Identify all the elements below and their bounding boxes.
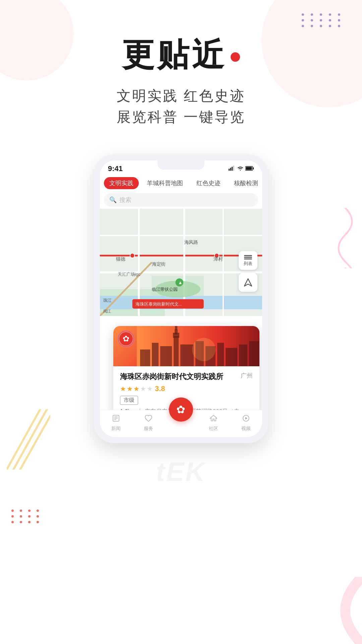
hero-title-dot (231, 52, 240, 62)
card-title: 海珠区赤岗街新时代文明实践所 (120, 372, 237, 382)
svg-rect-8 (253, 167, 254, 169)
rating-number: 3.8 (155, 384, 165, 393)
tab-yangcheng[interactable]: 羊城科普地图 (141, 177, 188, 189)
svg-rect-44 (175, 326, 177, 330)
svg-marker-59 (245, 417, 247, 420)
deco-dots-bottom-left (10, 509, 40, 523)
status-time: 9:41 (108, 164, 123, 173)
hero-title-text: 更贴近 (122, 34, 227, 77)
svg-rect-43 (175, 329, 178, 334)
hero-subtitle: 文明实践 红色史迹 展览科普 一键导览 (117, 85, 245, 127)
card-level-text: 市级 (120, 396, 138, 405)
svg-text:珠江: 珠江 (103, 298, 112, 303)
card-city: 广州 (241, 372, 253, 380)
svg-text:海风路: 海风路 (184, 240, 198, 245)
svg-rect-9 (246, 167, 252, 170)
news-icon (112, 414, 120, 424)
star-5: ★ (147, 385, 153, 393)
svg-text:▲: ▲ (178, 280, 182, 285)
card-stars: ★ ★ ★ ★ ★ (120, 385, 153, 393)
star-3: ★ (133, 385, 139, 393)
center-button-icon: ✿ (176, 403, 185, 416)
community-icon (209, 414, 218, 424)
status-icons (229, 165, 254, 172)
list-label: 列表 (244, 261, 252, 267)
logo-icon: ✿ (123, 334, 129, 343)
svg-rect-38 (140, 350, 150, 366)
svg-rect-39 (152, 343, 159, 366)
svg-rect-50 (239, 344, 247, 366)
video-label: 视频 (241, 426, 251, 432)
card-image: ✿ (113, 326, 259, 366)
star-4: ★ (140, 385, 146, 393)
star-1: ★ (120, 385, 126, 393)
nav-item-news[interactable]: 新闻 (100, 414, 132, 432)
bottom-nav: 新闻 服务 ✿ (100, 410, 262, 437)
star-2: ★ (127, 385, 133, 393)
svg-text:猫德: 猫德 (116, 257, 125, 262)
phone-notch (158, 160, 204, 170)
phone-inner: 9:41 (100, 160, 262, 437)
svg-rect-3 (229, 169, 230, 171)
search-placeholder: 搜索 (119, 196, 131, 204)
nav-item-community[interactable]: 社区 (197, 414, 230, 432)
community-label: 社区 (209, 426, 218, 432)
svg-rect-5 (232, 167, 233, 171)
nav-item-service[interactable]: 服务 (132, 414, 165, 432)
card-rating: ★ ★ ★ ★ ★ 3.8 (120, 384, 253, 393)
map-list-button[interactable]: 列表 (239, 251, 257, 270)
footer-text: tEK (156, 457, 206, 487)
svg-text:潭村: 潭村 (214, 257, 223, 262)
svg-rect-4 (230, 168, 231, 171)
list-icon (244, 254, 252, 260)
news-label: 新闻 (111, 426, 121, 432)
card-skyline-svg (137, 326, 259, 366)
svg-rect-41 (174, 336, 179, 366)
signal-icon (229, 165, 235, 172)
battery-icon (245, 165, 254, 172)
svg-text:阅江: 阅江 (103, 309, 111, 314)
svg-point-53 (192, 338, 216, 361)
service-icon (144, 414, 153, 424)
svg-rect-40 (160, 346, 172, 366)
svg-point-15 (130, 253, 135, 258)
wifi-icon (237, 165, 243, 172)
nav-icon (244, 278, 252, 287)
video-icon (242, 414, 250, 424)
map-tabs: 文明实践 羊城科普地图 红色史迹 核酸检测 (100, 175, 262, 191)
service-label: 服务 (144, 426, 153, 432)
footer-section: tEK (156, 457, 206, 501)
svg-text:海定街: 海定街 (152, 262, 166, 267)
svg-text:海珠区泰岗街新时代文...: 海珠区泰岗街新时代文... (135, 302, 182, 307)
hero-section: 更贴近 文明实践 红色史迹 展览科普 一键导览 (117, 0, 245, 127)
phone-wrapper: 9:41 (67, 154, 295, 443)
card-title-row: 海珠区赤岗街新时代文明实践所 广州 (120, 372, 253, 382)
map-area[interactable]: 猫德 天汇广场igc 海定街 海风路 潭村 临江带状公园 珠江 阅江 ▲ 海珠区 (100, 209, 262, 316)
main-content: 更贴近 文明实践 红色史迹 展览科普 一键导览 9:41 (0, 0, 362, 501)
svg-rect-6 (233, 166, 234, 171)
nav-center-button[interactable]: ✿ (169, 397, 193, 422)
svg-rect-51 (249, 341, 259, 366)
hero-subtitle-line2: 展览科普 一键导览 (117, 106, 245, 127)
nav-item-video[interactable]: 视频 (230, 414, 262, 432)
deco-arc-bottom-right (295, 577, 362, 644)
hero-subtitle-line1: 文明实践 红色史迹 (117, 85, 245, 106)
svg-text:天汇广场igc: 天汇广场igc (118, 272, 140, 277)
hero-title: 更贴近 (117, 34, 245, 77)
tab-wenming[interactable]: 文明实践 (104, 177, 139, 189)
phone-frame: 9:41 (94, 154, 268, 443)
search-icon: 🔍 (109, 196, 117, 204)
svg-rect-48 (217, 343, 224, 366)
svg-rect-49 (226, 348, 237, 366)
tab-hongse[interactable]: 红色史迹 (191, 177, 226, 189)
tab-hesuanjiance[interactable]: 核酸检测 (229, 177, 262, 189)
card-logo: ✿ (117, 330, 135, 347)
svg-text:临江带状公园: 临江带状公园 (152, 287, 178, 292)
map-nav-button[interactable] (239, 273, 257, 292)
map-svg: 猫德 天汇广场igc 海定街 海风路 潭村 临江带状公园 珠江 阅江 ▲ 海珠区 (100, 209, 262, 316)
search-bar[interactable]: 🔍 搜索 (104, 193, 258, 207)
svg-marker-36 (244, 279, 252, 286)
svg-rect-45 (180, 344, 194, 366)
